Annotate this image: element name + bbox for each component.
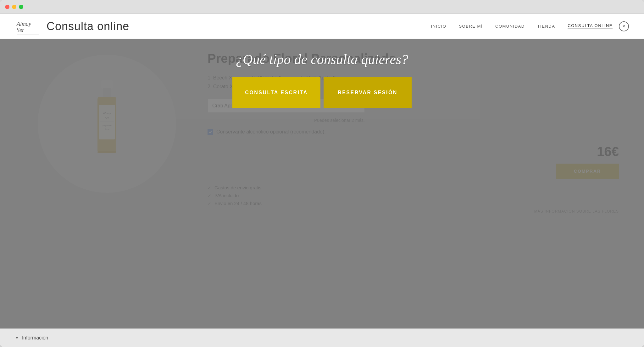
reservar-sesion-button[interactable]: RESERVAR SESIÓN (324, 77, 412, 108)
header-left: Almay Ser Consulta online (15, 17, 129, 36)
bottom-bar-label: Información (22, 335, 48, 341)
svg-text:Ser: Ser (17, 27, 25, 33)
nav-inicio[interactable]: INICIO (431, 24, 447, 29)
main-nav: INICIO SOBRE MÍ COMUNIDAD TIENDA CONSULT… (431, 23, 613, 29)
nav-consulta-online[interactable]: CONSULTA ONLINE (568, 23, 613, 29)
page-title: Consulta online (47, 20, 129, 33)
consulta-escrita-button[interactable]: CONSULTA ESCRITA (232, 77, 320, 108)
page: Almay Ser Consulta online INICIO SOBRE M… (0, 14, 644, 347)
nav-right: INICIO SOBRE MÍ COMUNIDAD TIENDA CONSULT… (431, 21, 629, 31)
nav-sobre-mi[interactable]: SOBRE MÍ (459, 24, 483, 29)
traffic-lights (5, 5, 23, 9)
svg-text:Almay: Almay (16, 21, 31, 27)
nav-tienda[interactable]: TIENDA (537, 24, 555, 29)
modal-buttons: CONSULTA ESCRITA RESERVAR SESIÓN (232, 77, 412, 108)
logo[interactable]: Almay Ser (15, 17, 40, 36)
close-icon[interactable]: × (619, 21, 629, 31)
modal-question: ¿Qué tipo de consulta quieres? (236, 52, 408, 68)
browser-window: Almay Ser Consulta online INICIO SOBRE M… (0, 0, 644, 347)
chevron-down-icon: ▼ (15, 336, 19, 340)
header: Almay Ser Consulta online INICIO SOBRE M… (0, 14, 644, 39)
minimize-button[interactable] (12, 5, 16, 9)
nav-comunidad[interactable]: COMUNIDAD (495, 24, 525, 29)
modal-overlay: ¿Qué tipo de consulta quieres? CONSULTA … (0, 39, 644, 328)
main-content: Almay Ser preparado floral (0, 39, 644, 328)
close-button[interactable] (5, 5, 9, 9)
bottom-bar: ▼ Información (0, 328, 644, 347)
titlebar (0, 0, 644, 14)
maximize-button[interactable] (19, 5, 23, 9)
